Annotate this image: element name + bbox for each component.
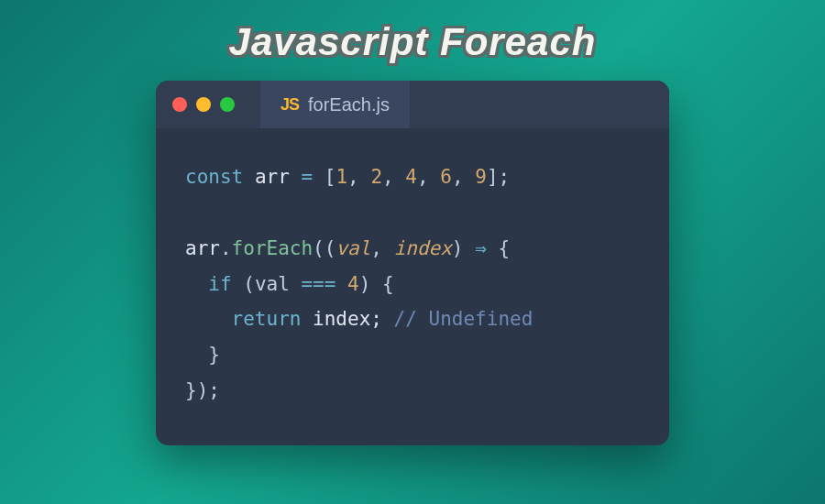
comma: , xyxy=(347,166,370,188)
number-literal: 4 xyxy=(405,166,417,188)
bracket-open: [ xyxy=(324,166,336,188)
comma: , xyxy=(382,166,405,188)
paren-open: (( xyxy=(313,237,336,259)
arrow-operator: ⇒ xyxy=(475,237,487,259)
comma: , xyxy=(417,166,440,188)
bracket-close: ]; xyxy=(487,166,510,188)
maximize-icon[interactable] xyxy=(220,97,235,112)
argument-val: val xyxy=(336,237,370,259)
variable-arr: arr xyxy=(255,166,290,188)
comma: , xyxy=(370,237,393,259)
code-line-5: return index; // Undefined xyxy=(185,301,640,337)
javascript-icon: JS xyxy=(280,95,299,115)
page-title: Javascript Foreach xyxy=(229,20,597,64)
number-literal: 9 xyxy=(475,166,487,188)
code-line-7: }); xyxy=(185,373,640,409)
number-literal: 6 xyxy=(440,166,452,188)
number-literal: 2 xyxy=(370,166,382,188)
keyword-if: if xyxy=(208,273,231,295)
paren-close: ) xyxy=(452,237,464,259)
condition-open: (val xyxy=(243,273,290,295)
operator-strict-equals: === xyxy=(301,273,336,295)
dot: . xyxy=(220,237,232,259)
closing-tokens: }); xyxy=(185,379,220,401)
code-line-3: arr.forEach((val, index) ⇒ { xyxy=(185,231,640,267)
variable-arr: arr xyxy=(185,237,220,259)
code-blank-line xyxy=(185,195,640,231)
code-editor-content[interactable]: const arr = [1, 2, 4, 6, 9]; arr.forEach… xyxy=(156,128,669,445)
window-titlebar: JS forEach.js xyxy=(156,81,669,128)
comma: , xyxy=(452,166,475,188)
traffic-lights xyxy=(172,97,235,112)
keyword-return: return xyxy=(232,308,302,330)
function-foreach: forEach xyxy=(232,237,314,259)
code-editor-window: JS forEach.js const arr = [1, 2, 4, 6, 9… xyxy=(156,81,669,445)
minimize-icon[interactable] xyxy=(196,97,211,112)
comment: // Undefined xyxy=(394,308,534,330)
operator-equals: = xyxy=(301,166,313,188)
number-literal: 4 xyxy=(347,273,359,295)
number-literal: 1 xyxy=(336,166,347,188)
brace-open: { xyxy=(498,237,510,259)
code-line-6: } xyxy=(185,337,640,373)
close-icon[interactable] xyxy=(172,97,187,112)
file-tab[interactable]: JS forEach.js xyxy=(260,81,410,128)
code-line-1: const arr = [1, 2, 4, 6, 9]; xyxy=(185,159,640,195)
keyword-const: const xyxy=(185,166,243,188)
code-line-4: if (val === 4) { xyxy=(185,267,640,302)
tab-filename: forEach.js xyxy=(308,94,390,115)
variable-index: index; xyxy=(313,308,382,330)
condition-close: ) { xyxy=(359,273,394,295)
argument-index: index xyxy=(394,237,452,259)
brace-close: } xyxy=(208,344,220,366)
